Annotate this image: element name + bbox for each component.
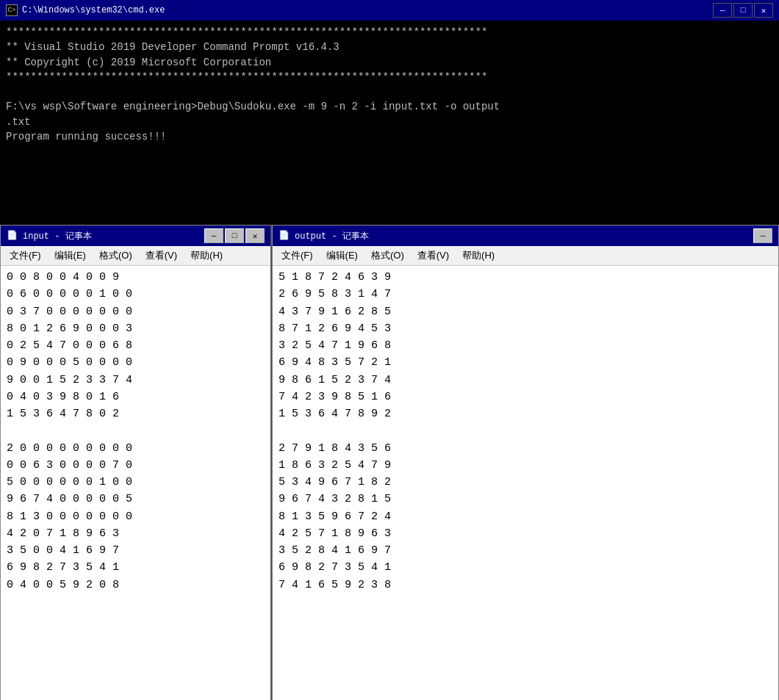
input-notepad-icon: 📄 (7, 230, 18, 242)
output-line-13: 9 6 7 4 3 2 8 1 5 (279, 491, 772, 508)
input-line-18: 0 4 0 0 5 9 2 0 8 (7, 577, 265, 593)
input-line-8: 1 5 3 6 4 7 8 0 2 (7, 405, 265, 422)
input-line-11: 0 0 6 3 0 0 0 0 7 0 (7, 457, 265, 474)
cmd-line-3: ****************************************… (6, 70, 773, 84)
input-line-17: 6 9 8 2 7 3 5 4 1 (7, 559, 265, 576)
input-menu-format[interactable]: 格式(O) (93, 248, 138, 264)
output-line-6: 9 8 6 1 5 2 3 7 4 (279, 372, 772, 389)
input-menu-view[interactable]: 查看(V) (140, 248, 183, 264)
notepad-row: 📄 input - 记事本 — □ ✕ 文件(F) 编辑(E) 格式(O) 查看… (0, 225, 779, 700)
input-menu-help[interactable]: 帮助(H) (184, 248, 229, 264)
cmd-titlebar-left: C> C:\Windows\system32\cmd.exe (6, 4, 165, 16)
output-line-0: 5 1 8 7 2 4 6 3 9 (279, 269, 772, 286)
cmd-content: ****************************************… (0, 21, 779, 225)
output-line-17: 6 9 8 2 7 3 5 4 1 (279, 559, 772, 576)
output-menu-file[interactable]: 文件(F) (276, 248, 319, 264)
input-line-7: 0 4 0 3 9 8 0 1 6 (7, 389, 265, 405)
cmd-line-4 (6, 84, 773, 99)
output-line-9 (279, 422, 772, 439)
output-titlebar-buttons: — (753, 228, 772, 243)
output-line-5: 6 9 4 8 3 5 7 2 1 (279, 354, 772, 371)
output-line-8: 1 5 3 6 4 7 8 9 2 (279, 405, 772, 422)
cmd-line-1: ** Visual Studio 2019 Developer Command … (6, 40, 773, 54)
input-line-6: 9 0 0 1 5 2 3 3 7 4 (7, 372, 265, 389)
input-line-2: 0 3 7 0 0 0 0 0 0 0 (7, 303, 265, 320)
output-content: 5 1 8 7 2 4 6 3 9 2 6 9 5 8 3 1 4 7 4 3 … (273, 266, 778, 700)
cmd-icon: C> (6, 4, 18, 16)
output-line-12: 5 3 4 9 6 7 1 8 2 (279, 474, 772, 491)
notepad-input-window: 📄 input - 记事本 — □ ✕ 文件(F) 编辑(E) 格式(O) 查看… (0, 225, 272, 700)
cmd-line-0: ****************************************… (6, 25, 773, 40)
output-line-1: 2 6 9 5 8 3 1 4 7 (279, 286, 772, 303)
cmd-minimize-button[interactable]: — (713, 3, 732, 18)
input-menubar: 文件(F) 编辑(E) 格式(O) 查看(V) 帮助(H) (1, 246, 270, 266)
cmd-titlebar: C> C:\Windows\system32\cmd.exe — □ ✕ (0, 0, 779, 21)
input-line-0: 0 0 8 0 0 4 0 0 9 (7, 269, 265, 286)
input-menu-file[interactable]: 文件(F) (4, 248, 47, 264)
output-line-10: 2 7 9 1 8 4 3 5 6 (279, 440, 772, 457)
input-maximize-button[interactable]: □ (225, 228, 244, 243)
input-content: 0 0 8 0 0 4 0 0 9 0 6 0 0 0 0 0 1 0 0 0 … (1, 266, 270, 700)
output-line-14: 8 1 3 5 9 6 7 2 4 (279, 508, 772, 525)
output-line-15: 4 2 5 7 1 8 9 6 3 (279, 525, 772, 542)
input-line-12: 5 0 0 0 0 0 0 1 0 0 (7, 474, 265, 491)
output-line-4: 3 2 5 4 7 1 9 6 8 (279, 337, 772, 354)
output-notepad-icon: 📄 (279, 230, 290, 242)
output-line-11: 1 8 6 3 2 5 4 7 9 (279, 457, 772, 474)
input-line-3: 8 0 1 2 6 9 0 0 0 3 (7, 320, 265, 337)
input-close-button[interactable]: ✕ (245, 228, 265, 243)
cmd-title: C:\Windows\system32\cmd.exe (22, 5, 165, 15)
input-line-14: 8 1 3 0 0 0 0 0 0 0 (7, 508, 265, 525)
output-line-18: 7 4 1 6 5 9 2 3 8 (279, 577, 772, 593)
output-line-3: 8 7 1 2 6 9 4 5 3 (279, 320, 772, 337)
notepad-output-window: 📄 output - 记事本 — 文件(F) 编辑(E) 格式(O) 查看(V)… (272, 225, 779, 700)
input-line-16: 3 5 0 0 4 1 6 9 7 (7, 542, 265, 559)
output-menu-edit[interactable]: 编辑(E) (320, 248, 364, 264)
cmd-line-6: .txt (6, 115, 773, 129)
output-title: output - 记事本 (295, 230, 369, 242)
output-line-16: 3 5 2 8 4 1 6 9 7 (279, 542, 772, 559)
cmd-line-5: F:\vs wsp\Software engineering>Debug\Sud… (6, 99, 773, 114)
output-line-7: 7 4 2 3 9 8 5 1 6 (279, 389, 772, 405)
cmd-window: C> C:\Windows\system32\cmd.exe — □ ✕ ***… (0, 0, 779, 225)
input-line-10: 2 0 0 0 0 0 0 0 0 0 (7, 440, 265, 457)
output-titlebar: 📄 output - 记事本 — (273, 225, 778, 246)
cmd-titlebar-buttons: — □ ✕ (713, 3, 773, 18)
input-line-15: 4 2 0 7 1 8 9 6 3 (7, 525, 265, 542)
output-menubar: 文件(F) 编辑(E) 格式(O) 查看(V) 帮助(H) (273, 246, 778, 266)
input-line-4: 0 2 5 4 7 0 0 0 6 8 (7, 337, 265, 354)
input-titlebar-buttons: — □ ✕ (204, 228, 265, 243)
output-minimize-button[interactable]: — (753, 228, 772, 243)
input-line-9 (7, 422, 265, 439)
output-menu-view[interactable]: 查看(V) (412, 248, 455, 264)
input-line-13: 9 6 7 4 0 0 0 0 0 5 (7, 491, 265, 508)
input-line-5: 0 9 0 0 0 5 0 0 0 0 (7, 354, 265, 371)
input-menu-edit[interactable]: 编辑(E) (49, 248, 92, 264)
cmd-close-button[interactable]: ✕ (754, 3, 773, 18)
output-menu-help[interactable]: 帮助(H) (456, 248, 500, 264)
input-line-1: 0 6 0 0 0 0 0 1 0 0 (7, 286, 265, 303)
input-titlebar: 📄 input - 记事本 — □ ✕ (1, 225, 270, 246)
cmd-line-2: ** Copyright (c) 2019 Microsoft Corporat… (6, 55, 773, 70)
output-menu-format[interactable]: 格式(O) (365, 248, 410, 264)
cmd-maximize-button[interactable]: □ (733, 3, 753, 18)
cmd-line-7: Program running success!!! (6, 129, 773, 144)
input-minimize-button[interactable]: — (204, 228, 223, 243)
output-titlebar-left: 📄 output - 记事本 (279, 230, 369, 242)
output-line-2: 4 3 7 9 1 6 2 8 5 (279, 303, 772, 320)
input-titlebar-left: 📄 input - 记事本 (7, 230, 92, 242)
input-title: input - 记事本 (23, 230, 92, 242)
